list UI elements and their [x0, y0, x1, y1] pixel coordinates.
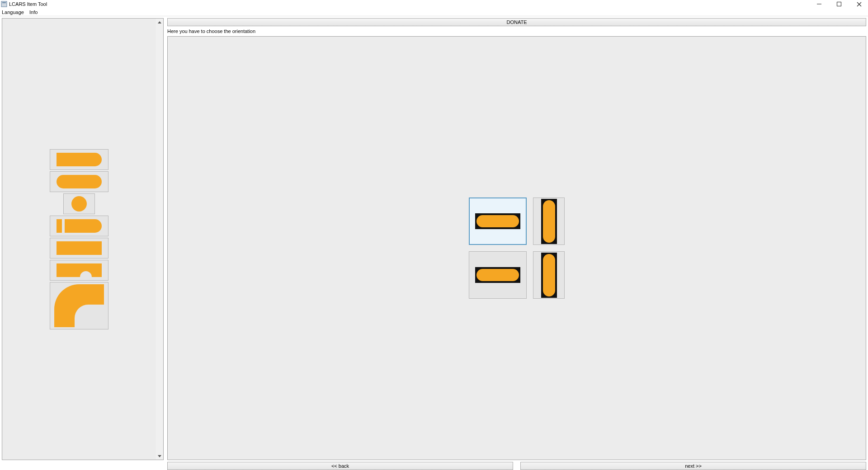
orientation-horizontal-2[interactable]: [469, 251, 527, 299]
palette-shape-rounded-right[interactable]: [50, 149, 108, 170]
palette-shape-rectangle[interactable]: [50, 238, 108, 258]
app-icon: [1, 1, 7, 7]
svg-point-7: [71, 196, 87, 212]
footer-nav: << back next >>: [0, 462, 868, 470]
orientation-horizontal-1[interactable]: [469, 197, 527, 245]
palette-shape-elbow[interactable]: [50, 282, 108, 329]
palette-list: [2, 19, 156, 460]
main-content: DONATE Here you have to choose the orien…: [0, 16, 868, 462]
shape-palette: [2, 18, 164, 460]
orientation-canvas: [167, 36, 866, 460]
close-button[interactable]: [855, 0, 863, 8]
svg-rect-17: [476, 269, 519, 281]
svg-rect-0: [1, 1, 7, 7]
back-button[interactable]: << back: [167, 462, 513, 470]
maximize-button[interactable]: [835, 0, 843, 8]
svg-rect-6: [57, 175, 102, 188]
donate-button[interactable]: DONATE: [167, 18, 866, 26]
svg-rect-3: [837, 2, 841, 6]
menu-info[interactable]: Info: [28, 9, 38, 15]
instruction-text: Here you have to choose the orientation: [167, 28, 866, 35]
palette-scrollbar[interactable]: [156, 19, 163, 460]
scroll-down-icon[interactable]: [156, 452, 163, 460]
menubar: Language Info: [0, 8, 868, 16]
svg-rect-8: [57, 219, 62, 233]
svg-rect-15: [543, 200, 555, 243]
palette-shape-split-rounded[interactable]: [50, 216, 108, 236]
svg-rect-13: [476, 215, 519, 227]
palette-shape-rect-notch[interactable]: [50, 260, 108, 281]
palette-shape-circle[interactable]: [63, 193, 95, 214]
menu-language[interactable]: Language: [1, 9, 25, 15]
orientation-grid: [469, 197, 565, 299]
svg-rect-1: [2, 2, 6, 3]
svg-marker-10: [158, 21, 161, 24]
svg-rect-9: [57, 241, 102, 255]
orientation-vertical-2[interactable]: [533, 251, 565, 299]
palette-shape-pill[interactable]: [50, 171, 108, 192]
minimize-button[interactable]: [816, 0, 823, 8]
orientation-vertical-1[interactable]: [533, 197, 565, 245]
right-panel: DONATE Here you have to choose the orien…: [167, 18, 866, 460]
svg-marker-11: [158, 455, 161, 457]
window-title: LCARS Item Tool: [9, 1, 816, 7]
next-button[interactable]: next >>: [520, 462, 866, 470]
scroll-up-icon[interactable]: [156, 19, 163, 26]
titlebar: LCARS Item Tool: [0, 0, 868, 8]
window-controls: [816, 0, 867, 8]
svg-rect-19: [543, 254, 555, 296]
